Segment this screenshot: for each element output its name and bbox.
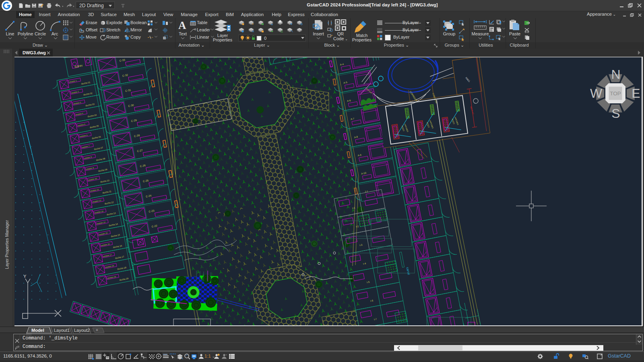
svg-text:Y: Y bbox=[23, 274, 27, 279]
svg-text:Model: Model bbox=[31, 328, 44, 333]
svg-text:TOP: TOP bbox=[610, 90, 621, 97]
svg-text:N: N bbox=[611, 67, 620, 82]
svg-text:+: + bbox=[96, 328, 98, 332]
svg-text:E: E bbox=[632, 86, 640, 101]
svg-text:0: 0 bbox=[264, 36, 266, 41]
svg-text:S: S bbox=[611, 106, 620, 121]
svg-text:W: W bbox=[590, 86, 603, 101]
svg-text:Layout1: Layout1 bbox=[54, 328, 70, 333]
svg-text:Layout2: Layout2 bbox=[74, 328, 90, 333]
